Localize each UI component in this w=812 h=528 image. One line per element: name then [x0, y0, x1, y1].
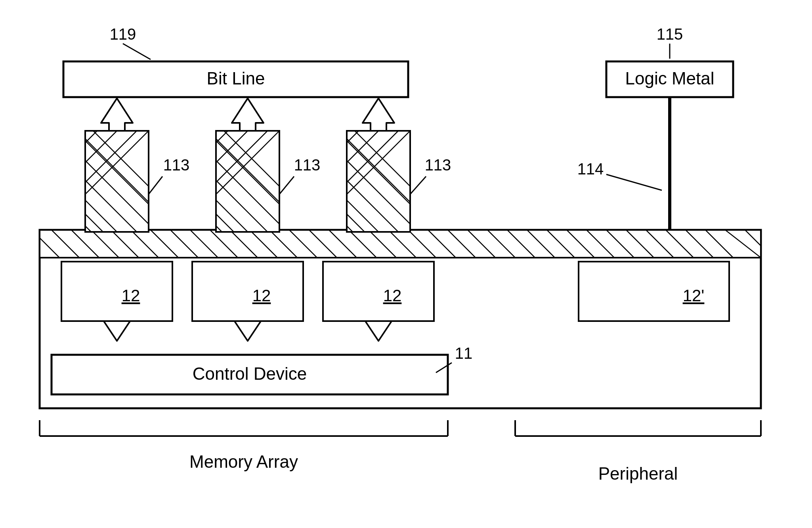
- svg-line-0: [123, 44, 151, 59]
- cell-3: [323, 262, 434, 321]
- ref-119: 119: [110, 25, 136, 43]
- ref-113b: 113: [294, 156, 321, 174]
- cell-2: [192, 262, 303, 321]
- ref-113c: 113: [425, 156, 451, 174]
- bit-line-label: Bit Line: [207, 69, 265, 88]
- diagram-container: Bit Line Logic Metal 119 115: [0, 0, 812, 528]
- cell-1-label: 12: [122, 286, 140, 305]
- ref-11: 11: [455, 344, 473, 362]
- cell-peripheral-label: 12': [683, 286, 705, 305]
- pillar-1: [85, 131, 149, 232]
- logic-metal-label: Logic Metal: [625, 69, 714, 88]
- up-arrow-2: [232, 98, 264, 131]
- cell-1: [61, 262, 172, 321]
- pillar-2: [216, 131, 279, 232]
- svg-line-81: [279, 176, 294, 194]
- ref-115: 115: [657, 25, 683, 43]
- cell-2-label: 12: [252, 286, 271, 305]
- svg-line-79: [606, 174, 662, 190]
- memory-array-label: Memory Array: [189, 452, 298, 471]
- cell-3-label: 12: [383, 286, 402, 305]
- ref-113a: 113: [163, 156, 190, 174]
- up-arrow-3: [363, 98, 394, 131]
- ref-114: 114: [577, 160, 604, 178]
- cell-peripheral: [579, 262, 729, 321]
- up-arrow-1: [101, 98, 133, 131]
- hatch-layer: [40, 230, 761, 258]
- svg-line-80: [149, 176, 162, 194]
- svg-line-82: [410, 176, 426, 194]
- control-device-label: Control Device: [193, 364, 307, 383]
- peripheral-label: Peripheral: [598, 464, 678, 483]
- pillar-3: [347, 131, 410, 232]
